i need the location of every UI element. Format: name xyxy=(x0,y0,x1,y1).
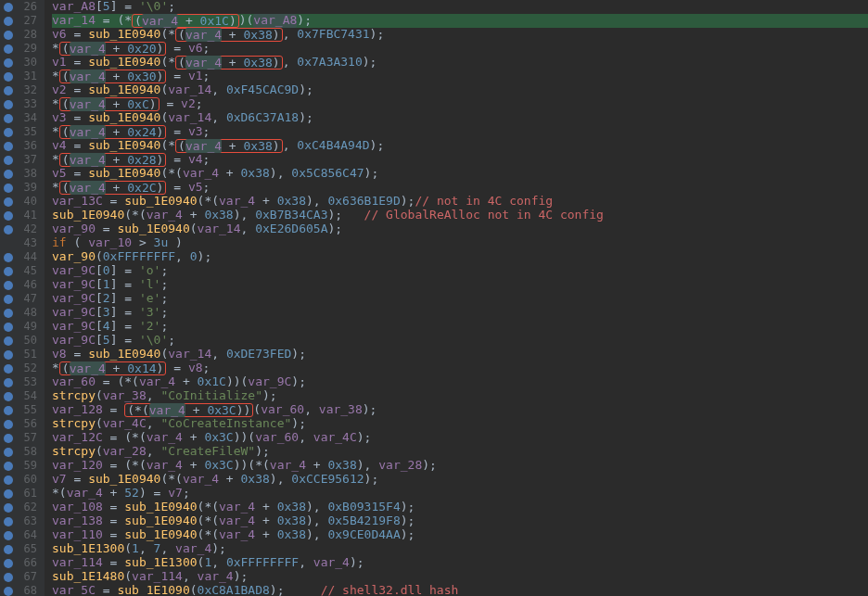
breakpoint-icon[interactable] xyxy=(4,156,13,165)
gutter-line[interactable]: 43 xyxy=(0,236,45,250)
gutter-line[interactable]: 46 xyxy=(0,278,45,292)
code-line[interactable]: v5 = sub_1E0940(*(var_4 + 0x38), 0x5C856… xyxy=(52,167,868,181)
gutter-line[interactable]: 31 xyxy=(0,70,45,83)
code-line[interactable]: strcpy(var_28, "CreateFileW"); xyxy=(52,445,868,459)
code-line[interactable]: var_9C[5] = '\0'; xyxy=(52,334,868,348)
gutter-line[interactable]: 49 xyxy=(0,320,45,334)
breakpoint-icon[interactable] xyxy=(4,406,13,415)
breakpoint-icon[interactable] xyxy=(4,573,13,582)
breakpoint-icon[interactable] xyxy=(4,545,13,554)
gutter-line[interactable]: 62 xyxy=(0,501,45,514)
code-line[interactable]: sub_1E1300(1, 7, var_4); xyxy=(52,542,868,556)
breakpoint-icon[interactable] xyxy=(4,295,13,304)
code-line[interactable]: var_9C[1] = 'l'; xyxy=(52,278,868,292)
breakpoint-icon[interactable] xyxy=(4,31,13,40)
code-line[interactable]: *(var_4 + 52) = v7; xyxy=(52,487,868,501)
code-line[interactable]: var_110 = sub_1E0940(*(var_4 + 0x38), 0x… xyxy=(52,528,868,542)
code-line[interactable]: var_90 = sub_1E0940(var_14, 0xE26D605A); xyxy=(52,222,868,236)
code-area[interactable]: var_A8[5] = '\0'; var_14 = (*(var_4 + 0x… xyxy=(45,0,868,596)
code-line[interactable]: *(var_4 + 0xC) = v2; xyxy=(52,97,868,111)
breakpoint-icon[interactable] xyxy=(4,267,13,276)
gutter-line[interactable]: 57 xyxy=(0,431,45,445)
code-line[interactable]: if ( var_10 > 3u ) xyxy=(52,236,868,250)
breakpoint-icon[interactable] xyxy=(4,253,13,262)
gutter-line[interactable]: 36 xyxy=(0,139,45,153)
code-line[interactable]: sub_1E0940(*(var_4 + 0x38), 0xB7B34CA3);… xyxy=(52,209,868,222)
code-line[interactable]: var_120 = (*(var_4 + 0x3C))(*(var_4 + 0x… xyxy=(52,459,868,473)
gutter-line[interactable]: 51 xyxy=(0,348,45,361)
gutter-line[interactable]: 65 xyxy=(0,542,45,556)
code-line[interactable]: var_90(0xFFFFFFFF, 0); xyxy=(52,250,868,264)
breakpoint-icon[interactable] xyxy=(4,392,13,401)
breakpoint-icon[interactable] xyxy=(4,587,13,596)
breakpoint-icon[interactable] xyxy=(4,309,13,318)
gutter-line[interactable]: 40 xyxy=(0,195,45,209)
breakpoint-icon[interactable] xyxy=(4,489,13,499)
gutter-line[interactable]: 41 xyxy=(0,209,45,222)
gutter-line[interactable]: 52 xyxy=(0,361,45,375)
gutter-line[interactable]: 53 xyxy=(0,375,45,389)
gutter-line[interactable]: 28 xyxy=(0,28,45,42)
code-line[interactable]: v4 = sub_1E0940(*(var_4 + 0x38), 0xC4B4A… xyxy=(52,139,868,153)
code-line[interactable]: *(var_4 + 0x14) = v8; xyxy=(52,361,868,375)
gutter-line[interactable]: 63 xyxy=(0,514,45,528)
breakpoint-icon[interactable] xyxy=(4,462,13,471)
gutter-line[interactable]: 26 xyxy=(0,0,45,14)
breakpoint-icon[interactable] xyxy=(4,281,13,290)
gutter-line[interactable]: 27 xyxy=(0,14,45,28)
gutter-line[interactable]: 64 xyxy=(0,528,45,542)
code-line[interactable]: v6 = sub_1E0940(*(var_4 + 0x38), 0x7FBC7… xyxy=(52,28,868,42)
breakpoint-icon[interactable] xyxy=(4,225,13,235)
gutter-line[interactable]: 55 xyxy=(0,403,45,417)
breakpoint-icon[interactable] xyxy=(4,378,13,387)
breakpoint-icon[interactable] xyxy=(4,476,13,485)
breakpoint-icon[interactable] xyxy=(4,100,13,109)
code-line[interactable]: v3 = sub_1E0940(var_14, 0xD6C37A18); xyxy=(52,111,868,125)
breakpoint-icon[interactable] xyxy=(4,364,13,374)
breakpoint-icon[interactable] xyxy=(4,350,13,360)
code-line[interactable]: v1 = sub_1E0940(*(var_4 + 0x38), 0x7A3A3… xyxy=(52,56,868,70)
code-line[interactable]: var_9C[4] = '2'; xyxy=(52,320,868,334)
breakpoint-icon[interactable] xyxy=(4,336,13,346)
gutter-line[interactable]: 32 xyxy=(0,83,45,97)
code-line[interactable]: var_9C[0] = 'o'; xyxy=(52,264,868,278)
code-line[interactable]: var_12C = (*(var_4 + 0x3C))(var_60, var_… xyxy=(52,431,868,445)
code-line[interactable]: var_60 = (*(var_4 + 0x1C))(var_9C); xyxy=(52,375,868,389)
gutter-line[interactable]: 68 xyxy=(0,584,45,596)
breakpoint-icon[interactable] xyxy=(4,448,13,457)
gutter-line[interactable]: 44 xyxy=(0,250,45,264)
gutter-line[interactable]: 54 xyxy=(0,389,45,403)
breakpoint-icon[interactable] xyxy=(4,434,13,443)
breakpoint-icon[interactable] xyxy=(4,197,13,207)
breakpoint-icon[interactable] xyxy=(4,531,13,540)
code-line[interactable]: *(var_4 + 0x24) = v3; xyxy=(52,125,868,139)
code-line[interactable]: v2 = sub_1E0940(var_14, 0xF45CAC9D); xyxy=(52,83,868,97)
code-line[interactable]: var_9C[2] = 'e'; xyxy=(52,292,868,306)
code-line[interactable]: var_108 = sub_1E0940(*(var_4 + 0x38), 0x… xyxy=(52,501,868,514)
code-line[interactable]: v8 = sub_1E0940(var_14, 0xDE73FED); xyxy=(52,348,868,361)
gutter-line[interactable]: 48 xyxy=(0,306,45,320)
gutter-line[interactable]: 38 xyxy=(0,167,45,181)
breakpoint-icon[interactable] xyxy=(4,211,13,221)
breakpoint-icon[interactable] xyxy=(4,58,13,68)
gutter-line[interactable]: 58 xyxy=(0,445,45,459)
breakpoint-icon[interactable] xyxy=(4,3,13,12)
gutter-line[interactable]: 30 xyxy=(0,56,45,70)
breakpoint-icon[interactable] xyxy=(4,86,13,95)
code-line[interactable]: strcpy(var_4C, "CoCreateInstance"); xyxy=(52,417,868,431)
gutter-line[interactable]: 45 xyxy=(0,264,45,278)
breakpoint-icon[interactable] xyxy=(4,72,13,82)
code-line[interactable]: var_114 = sub_1E1300(1, 0xFFFFFFFF, var_… xyxy=(52,556,868,570)
breakpoint-icon[interactable] xyxy=(4,142,13,151)
breakpoint-icon[interactable] xyxy=(4,503,13,513)
breakpoint-icon[interactable] xyxy=(4,128,13,137)
gutter-line[interactable]: 34 xyxy=(0,111,45,125)
code-line[interactable]: *(var_4 + 0x28) = v4; xyxy=(52,153,868,167)
gutter-line[interactable]: 66 xyxy=(0,556,45,570)
breakpoint-icon[interactable] xyxy=(4,184,13,193)
code-line[interactable]: *(var_4 + 0x2C) = v5; xyxy=(52,181,868,195)
breakpoint-icon[interactable] xyxy=(4,114,13,123)
gutter-line[interactable]: 29 xyxy=(0,42,45,56)
code-line[interactable]: var_138 = sub_1E0940(*(var_4 + 0x38), 0x… xyxy=(52,514,868,528)
code-line[interactable]: *(var_4 + 0x30) = v1; xyxy=(52,70,868,83)
